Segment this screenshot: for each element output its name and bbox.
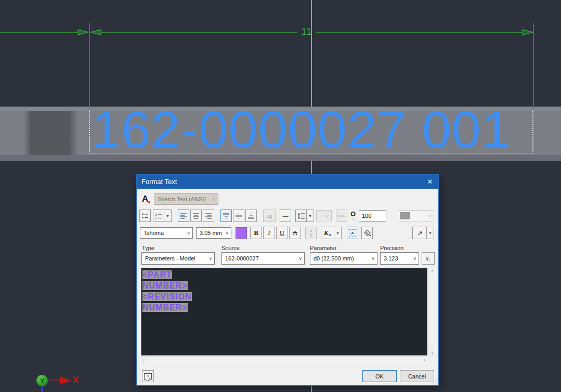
- background-color-select[interactable]: ∨: [398, 210, 434, 221]
- font-size-select[interactable]: 3.05 mm ∨: [196, 227, 231, 239]
- precision-select[interactable]: 3.123 ∨: [380, 252, 419, 265]
- chevron-down-icon: ∨: [428, 213, 432, 218]
- vertical-scrollbar[interactable]: ∧ ∨: [428, 268, 436, 356]
- bullet-list-icon: [141, 212, 149, 220]
- text-style-value: Sketch Text (ANSI) -: [158, 196, 209, 202]
- valign-bottom-icon: [247, 212, 255, 220]
- stacked-text-button[interactable]: a b: [305, 227, 317, 239]
- symbol-split-button: K a ▾: [321, 227, 342, 239]
- justify-left-button[interactable]: [178, 210, 189, 222]
- menu-arrow-icon: ▾: [336, 231, 338, 236]
- strikethrough-button[interactable]: A: [289, 227, 301, 239]
- line-spacing-icon: [297, 212, 305, 220]
- font-color-swatch[interactable]: [236, 227, 247, 239]
- valign-middle-icon: [235, 212, 243, 220]
- dimension-graphics: [0, 0, 561, 112]
- valign-bottom-button[interactable]: [245, 210, 257, 222]
- numbered-list-button[interactable]: 12: [153, 210, 164, 222]
- type-select[interactable]: Parameters - Model ∨: [141, 252, 215, 265]
- svg-text:1: 1: [155, 212, 157, 216]
- cancel-button[interactable]: Cancel: [400, 370, 434, 382]
- menu-arrow-icon: ▾: [429, 231, 431, 236]
- sketch-text[interactable]: 162-0000027 001: [92, 103, 511, 156]
- extrusion-band-shadow: [24, 111, 78, 155]
- svg-text:2: 2: [155, 216, 157, 220]
- parameter-arrow-icon: ↓: [428, 257, 431, 263]
- underline-button[interactable]: U: [276, 227, 288, 239]
- scroll-down-icon[interactable]: ∨: [430, 350, 434, 355]
- line-spacing-value-select[interactable]: ∨: [316, 210, 332, 221]
- source-select[interactable]: 162-0000027 ∨: [221, 252, 305, 265]
- horizontal-scrollbar[interactable]: ‹ ›: [141, 356, 427, 363]
- bullet-list-button[interactable]: [139, 210, 151, 222]
- precision-value: 3.123: [384, 255, 398, 262]
- insert-parameter-button[interactable]: x ↓: [422, 252, 435, 265]
- italic-button[interactable]: I: [263, 227, 275, 239]
- arrowhead-left-inward: [78, 30, 88, 35]
- x-axis-arrow-icon: [60, 376, 71, 385]
- text-line: NUMBER>: [142, 303, 426, 313]
- type-value: Parameters - Model: [145, 255, 195, 262]
- fill-color-button[interactable]: [361, 227, 373, 239]
- x-axis-label: X: [72, 374, 79, 386]
- scroll-left-icon[interactable]: ‹: [143, 357, 145, 363]
- justify-center-button[interactable]: [190, 210, 202, 222]
- justify-right-button[interactable]: [203, 210, 214, 222]
- horizontal-rule-icon: —: [283, 213, 289, 219]
- bold-label: B: [254, 229, 258, 237]
- arrowhead-left-outward: [90, 30, 101, 35]
- strikethrough-label: A: [293, 229, 297, 237]
- pushpin-button[interactable]: ↗: [412, 227, 427, 239]
- y-axis-label: Y: [40, 377, 45, 385]
- justify-center-icon: [192, 212, 200, 220]
- text-style-select[interactable]: Sketch Text (ANSI) - ∨: [154, 193, 218, 205]
- width-arrows-icon: ↔: [350, 216, 356, 221]
- text-frame-button[interactable]: A: [347, 227, 358, 239]
- chevron-down-icon: ∨: [371, 256, 375, 261]
- chevron-down-icon: ∨: [187, 231, 190, 236]
- style-row: A Sketch Text (ANSI) - ∨: [142, 193, 218, 205]
- x-axis-line: [49, 380, 60, 381]
- dimension-value[interactable]: 11: [298, 27, 315, 37]
- z-axis-stick: [42, 386, 43, 392]
- y-axis-indicator[interactable]: Y: [36, 375, 48, 386]
- autostack-button[interactable]: ag: [263, 210, 276, 222]
- dialog-title-bar[interactable]: Format Text: [137, 175, 438, 189]
- horizontal-rule-button[interactable]: —: [280, 210, 291, 222]
- parameter-value: d0 (22.500 mm): [314, 255, 354, 262]
- line-spacing-dropdown[interactable]: ▾: [307, 210, 314, 222]
- close-icon: ✕: [427, 178, 433, 186]
- ok-label: OK: [375, 373, 384, 380]
- width-factor-input[interactable]: [359, 210, 386, 221]
- insert-symbol-dropdown[interactable]: ▾: [334, 227, 342, 239]
- chevron-down-icon: ∨: [208, 256, 212, 261]
- line-spacing-button[interactable]: [295, 210, 307, 222]
- valign-top-button[interactable]: [220, 210, 232, 222]
- insert-symbol-button[interactable]: K a: [321, 227, 334, 239]
- format-text-dialog: Format Text ✕ A Sketch Text (ANSI) - ∨: [136, 174, 439, 386]
- scroll-up-icon[interactable]: ∧: [430, 268, 434, 273]
- stacked-text-icon: a b: [309, 229, 312, 238]
- source-label: Source: [221, 245, 240, 251]
- precision-label: Precision: [380, 245, 403, 251]
- width-factor-icon: O ↔: [350, 211, 356, 221]
- valign-middle-button[interactable]: [233, 210, 244, 222]
- stretch-button[interactable]: A A: [336, 210, 347, 222]
- font-family-value: Tahoma: [143, 230, 164, 236]
- pushpin-dropdown[interactable]: ▾: [427, 227, 434, 239]
- background-color-swatch: [400, 212, 410, 219]
- close-button[interactable]: ✕: [422, 175, 438, 189]
- numbered-list-icon: 12: [155, 212, 163, 220]
- cancel-label: Cancel: [408, 373, 426, 380]
- text-frame-icon: A: [349, 229, 356, 237]
- text-edit-area[interactable]: <PART NUMBER> <REVISION NUMBER>: [141, 268, 427, 356]
- scroll-right-icon[interactable]: ›: [423, 357, 425, 363]
- text-line: NUMBER>: [142, 281, 426, 292]
- bold-button[interactable]: B: [250, 227, 262, 239]
- font-family-select[interactable]: Tahoma ∨: [140, 227, 193, 239]
- menu-arrow-icon: ▾: [166, 214, 168, 218]
- help-button[interactable]: ?: [142, 370, 154, 382]
- parameter-select[interactable]: d0 (22.500 mm) ∨: [310, 252, 377, 265]
- ok-button[interactable]: OK: [362, 370, 397, 382]
- numbered-list-dropdown[interactable]: ▾: [164, 210, 172, 222]
